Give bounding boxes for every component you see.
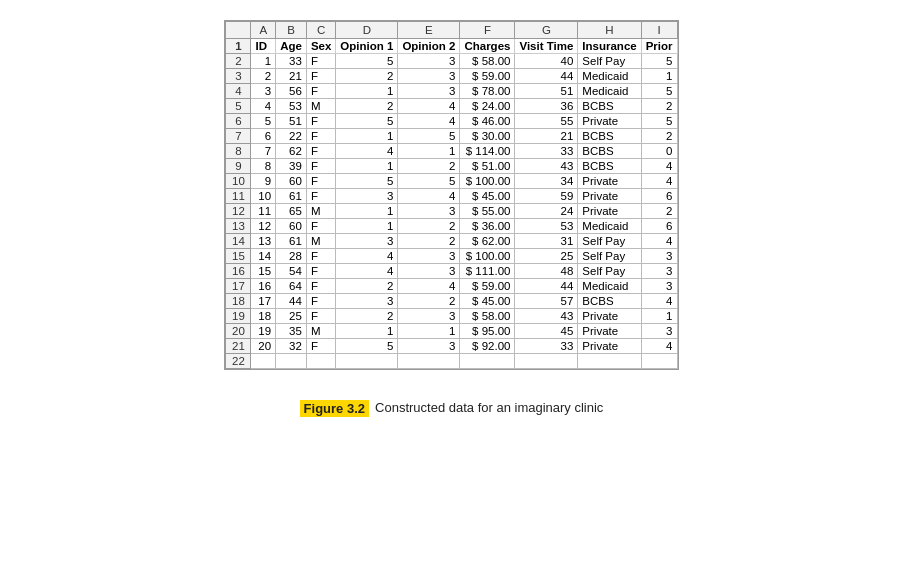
cell-r4-c1: 56	[276, 84, 307, 99]
row-num-3: 3	[226, 69, 251, 84]
cell-r6-c7: Private	[578, 114, 641, 129]
cell-r4-c0: 3	[251, 84, 276, 99]
cell-r7-c7: BCBS	[578, 129, 641, 144]
cell-r15-c7: Self Pay	[578, 249, 641, 264]
cell-r17-c0: 16	[251, 279, 276, 294]
table-row: 171664F24$ 59.0044Medicaid3	[226, 279, 677, 294]
col-header-G: G	[515, 22, 578, 39]
cell-r17-c5: $ 59.00	[460, 279, 515, 294]
table-row: 121165M13$ 55.0024Private2	[226, 204, 677, 219]
cell-r16-c7: Self Pay	[578, 264, 641, 279]
row-num-5: 5	[226, 99, 251, 114]
cell-r14-c0: 13	[251, 234, 276, 249]
cell-r3-c8: 1	[641, 69, 677, 84]
cell-r6-c0: 5	[251, 114, 276, 129]
cell-r19-c3: 2	[336, 309, 398, 324]
header-cell-3: Opinion 1	[336, 39, 398, 54]
cell-r16-c4: 3	[398, 264, 460, 279]
cell-r13-c4: 2	[398, 219, 460, 234]
figure-caption: Figure 3.2 Constructed data for an imagi…	[300, 400, 604, 417]
cell-r12-c7: Private	[578, 204, 641, 219]
cell-r13-c7: Medicaid	[578, 219, 641, 234]
cell-r2-c8: 5	[641, 54, 677, 69]
cell-r13-c3: 1	[336, 219, 398, 234]
cell-r19-c0: 18	[251, 309, 276, 324]
cell-r22-c1	[276, 354, 307, 369]
cell-r12-c6: 24	[515, 204, 578, 219]
table-row: 3221F23$ 59.0044Medicaid1	[226, 69, 677, 84]
table-row: 212032F53$ 92.0033Private4	[226, 339, 677, 354]
cell-r6-c3: 5	[336, 114, 398, 129]
cell-r4-c5: $ 78.00	[460, 84, 515, 99]
cell-r16-c8: 3	[641, 264, 677, 279]
cell-r15-c5: $ 100.00	[460, 249, 515, 264]
cell-r19-c5: $ 58.00	[460, 309, 515, 324]
cell-r8-c1: 62	[276, 144, 307, 159]
cell-r10-c6: 34	[515, 174, 578, 189]
cell-r4-c7: Medicaid	[578, 84, 641, 99]
cell-r3-c2: F	[306, 69, 335, 84]
row-num-15: 15	[226, 249, 251, 264]
cell-r22-c2	[306, 354, 335, 369]
cell-r11-c4: 4	[398, 189, 460, 204]
cell-r18-c6: 57	[515, 294, 578, 309]
table-row: 191825F23$ 58.0043Private1	[226, 309, 677, 324]
table-row: 9839F12$ 51.0043BCBS4	[226, 159, 677, 174]
cell-r2-c3: 5	[336, 54, 398, 69]
cell-r11-c1: 61	[276, 189, 307, 204]
row-num-21: 21	[226, 339, 251, 354]
cell-r18-c8: 4	[641, 294, 677, 309]
cell-r20-c6: 45	[515, 324, 578, 339]
cell-r6-c1: 51	[276, 114, 307, 129]
cell-r9-c8: 4	[641, 159, 677, 174]
cell-r22-c5	[460, 354, 515, 369]
cell-r19-c4: 3	[398, 309, 460, 324]
cell-r7-c5: $ 30.00	[460, 129, 515, 144]
cell-r21-c8: 4	[641, 339, 677, 354]
cell-r11-c2: F	[306, 189, 335, 204]
row-num-12: 12	[226, 204, 251, 219]
cell-r2-c7: Self Pay	[578, 54, 641, 69]
cell-r12-c8: 2	[641, 204, 677, 219]
cell-r19-c1: 25	[276, 309, 307, 324]
cell-r5-c4: 4	[398, 99, 460, 114]
cell-r8-c7: BCBS	[578, 144, 641, 159]
cell-r18-c0: 17	[251, 294, 276, 309]
cell-r18-c3: 3	[336, 294, 398, 309]
cell-r6-c5: $ 46.00	[460, 114, 515, 129]
cell-r8-c2: F	[306, 144, 335, 159]
col-header-A: A	[251, 22, 276, 39]
header-cell-7: Insurance	[578, 39, 641, 54]
cell-r21-c6: 33	[515, 339, 578, 354]
cell-r19-c7: Private	[578, 309, 641, 324]
header-cell-6: Visit Time	[515, 39, 578, 54]
cell-r6-c6: 55	[515, 114, 578, 129]
cell-r12-c2: M	[306, 204, 335, 219]
cell-r20-c3: 1	[336, 324, 398, 339]
cell-r10-c5: $ 100.00	[460, 174, 515, 189]
cell-r9-c3: 1	[336, 159, 398, 174]
col-header-B: B	[276, 22, 307, 39]
cell-r15-c0: 14	[251, 249, 276, 264]
cell-r7-c3: 1	[336, 129, 398, 144]
cell-r3-c7: Medicaid	[578, 69, 641, 84]
cell-r19-c6: 43	[515, 309, 578, 324]
col-header-F: F	[460, 22, 515, 39]
cell-r8-c0: 7	[251, 144, 276, 159]
cell-r11-c8: 6	[641, 189, 677, 204]
cell-r15-c4: 3	[398, 249, 460, 264]
cell-r14-c5: $ 62.00	[460, 234, 515, 249]
cell-r21-c7: Private	[578, 339, 641, 354]
cell-r15-c2: F	[306, 249, 335, 264]
table-row: 141361M32$ 62.0031Self Pay4	[226, 234, 677, 249]
cell-r10-c2: F	[306, 174, 335, 189]
cell-r22-c3	[336, 354, 398, 369]
cell-r19-c8: 1	[641, 309, 677, 324]
cell-r5-c7: BCBS	[578, 99, 641, 114]
corner-header	[226, 22, 251, 39]
cell-r11-c6: 59	[515, 189, 578, 204]
cell-r4-c8: 5	[641, 84, 677, 99]
cell-r16-c6: 48	[515, 264, 578, 279]
row-num-19: 19	[226, 309, 251, 324]
cell-r19-c2: F	[306, 309, 335, 324]
